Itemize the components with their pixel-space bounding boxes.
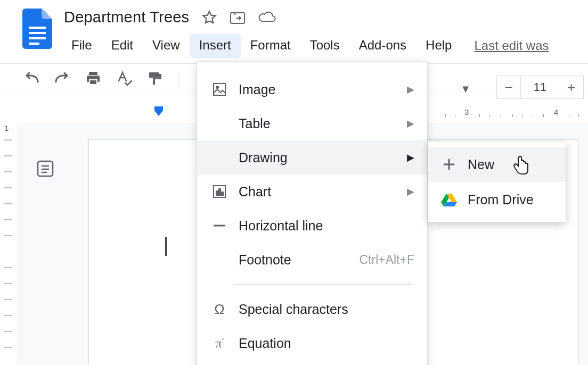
svg-rect-2 bbox=[29, 37, 46, 39]
menu-format[interactable]: Format bbox=[241, 34, 300, 58]
font-size-increase-button[interactable]: + bbox=[559, 76, 584, 99]
move-icon[interactable] bbox=[230, 11, 246, 24]
paint-format-icon[interactable] bbox=[147, 70, 163, 88]
ruler-dash bbox=[4, 139, 12, 140]
svg-rect-14 bbox=[214, 84, 225, 95]
drawing-new[interactable]: New bbox=[428, 147, 566, 182]
menu-tools[interactable]: Tools bbox=[300, 34, 349, 58]
font-size-control: − 11 + bbox=[496, 76, 584, 99]
drawing-from-drive[interactable]: From Drive bbox=[428, 182, 566, 217]
insert-equation-label: Equation bbox=[239, 336, 291, 351]
insert-image[interactable]: Image ▶ bbox=[197, 72, 427, 106]
spellcheck-icon[interactable] bbox=[116, 70, 132, 88]
submenu-arrow-icon: ▶ bbox=[407, 152, 414, 163]
redo-icon[interactable] bbox=[54, 72, 70, 86]
ruler-dash bbox=[4, 299, 12, 300]
star-icon[interactable] bbox=[202, 10, 217, 25]
insert-equation[interactable]: π² Equation bbox=[197, 326, 427, 360]
drawing-submenu: New From Drive bbox=[428, 142, 566, 222]
ruler-minor-tick bbox=[543, 114, 544, 117]
ruler-minor-tick bbox=[512, 114, 513, 117]
ruler-minor-tick bbox=[522, 114, 522, 117]
print-icon[interactable] bbox=[85, 71, 101, 88]
ruler-dash bbox=[4, 283, 12, 284]
insert-dropdown: Image ▶ Table ▶ Drawing ▶ Chart ▶ Horizo… bbox=[197, 62, 427, 365]
insert-horizontal-line-label: Horizontal line bbox=[239, 218, 323, 234]
docs-logo-icon[interactable] bbox=[22, 9, 52, 49]
menu-help[interactable]: Help bbox=[416, 34, 461, 58]
ruler-tick: 1 bbox=[4, 123, 9, 132]
last-edit-link[interactable]: Last edit was bbox=[474, 38, 549, 53]
svg-rect-17 bbox=[216, 191, 218, 195]
ruler-dash bbox=[4, 219, 12, 220]
insert-special-characters-label: Special characters bbox=[239, 302, 348, 317]
insert-table[interactable]: Table ▶ bbox=[197, 106, 427, 140]
svg-rect-7 bbox=[89, 80, 97, 85]
text-cursor bbox=[165, 237, 167, 256]
ruler-minor-tick bbox=[479, 114, 480, 117]
ruler-minor-tick bbox=[534, 114, 534, 117]
chart-icon bbox=[212, 185, 227, 198]
document-outline-icon[interactable] bbox=[33, 156, 58, 181]
omega-icon: Ω bbox=[212, 301, 227, 318]
submenu-arrow-icon: ▶ bbox=[407, 118, 414, 129]
ruler-dash bbox=[4, 315, 12, 316]
ruler-minor-tick bbox=[445, 114, 446, 117]
undo-icon[interactable] bbox=[23, 72, 39, 86]
ruler-minor-tick bbox=[489, 114, 489, 117]
ruler-minor-tick bbox=[501, 113, 501, 118]
plus-icon bbox=[441, 157, 457, 171]
ruler-dash bbox=[4, 267, 12, 268]
font-size-value[interactable]: 11 bbox=[521, 76, 559, 99]
submenu-arrow-icon: ▶ bbox=[407, 186, 414, 197]
insert-footnote-label: Footnote bbox=[239, 252, 291, 268]
svg-rect-9 bbox=[154, 106, 163, 111]
vertical-ruler[interactable]: 1 bbox=[0, 123, 18, 365]
svg-rect-5 bbox=[89, 72, 97, 75]
svg-rect-3 bbox=[29, 43, 39, 45]
document-title[interactable]: Department Trees bbox=[64, 9, 189, 26]
menu-insert[interactable]: Insert bbox=[190, 34, 241, 58]
drawing-from-drive-label: From Drive bbox=[468, 192, 534, 208]
ruler-minor-tick bbox=[578, 114, 579, 117]
insert-drawing-label: Drawing bbox=[239, 150, 288, 165]
ruler-tick: 4 bbox=[554, 107, 558, 117]
insert-horizontal-line[interactable]: Horizontal line bbox=[197, 209, 427, 243]
ruler-minor-tick bbox=[569, 114, 569, 117]
toolbar-separator bbox=[178, 71, 178, 88]
menubar: File Edit View Insert Format Tools Add-o… bbox=[62, 34, 588, 58]
equation-icon: π² bbox=[212, 336, 227, 351]
font-size-decrease-button[interactable]: − bbox=[496, 76, 521, 99]
svg-rect-19 bbox=[222, 192, 223, 195]
menu-file[interactable]: File bbox=[62, 34, 102, 58]
insert-image-label: Image bbox=[239, 82, 275, 97]
insert-chart[interactable]: Chart ▶ bbox=[197, 175, 427, 209]
insert-chart-label: Chart bbox=[239, 184, 271, 200]
svg-rect-1 bbox=[29, 32, 46, 34]
insert-drawing[interactable]: Drawing ▶ bbox=[197, 140, 427, 175]
insert-table-label: Table bbox=[239, 116, 271, 131]
menu-view[interactable]: View bbox=[143, 34, 190, 58]
drawing-new-label: New bbox=[468, 157, 494, 172]
ruler-dash bbox=[4, 347, 12, 348]
ruler-dash bbox=[4, 187, 12, 188]
footnote-shortcut: Ctrl+Alt+F bbox=[359, 253, 414, 267]
submenu-arrow-icon: ▶ bbox=[407, 84, 414, 95]
svg-rect-18 bbox=[219, 189, 220, 195]
titlebar: Department Trees File Edit View Insert F… bbox=[0, 0, 588, 58]
insert-footnote[interactable]: Footnote Ctrl+Alt+F bbox=[197, 243, 427, 277]
svg-rect-8 bbox=[149, 72, 159, 78]
image-icon bbox=[212, 82, 227, 96]
font-family-dropdown-caret-icon[interactable]: ▼ bbox=[460, 83, 471, 95]
cloud-saved-icon[interactable] bbox=[258, 11, 276, 24]
ruler-minor-tick bbox=[455, 114, 455, 117]
menu-addons[interactable]: Add-ons bbox=[349, 34, 416, 58]
insert-special-characters[interactable]: Ω Special characters bbox=[197, 292, 427, 326]
horizontal-line-icon bbox=[212, 219, 227, 233]
ruler-dash bbox=[4, 331, 12, 332]
menu-edit[interactable]: Edit bbox=[102, 34, 143, 58]
ruler-dash bbox=[4, 203, 12, 204]
ruler-tick: 3 bbox=[464, 107, 469, 117]
svg-point-15 bbox=[216, 86, 218, 88]
ruler-dash bbox=[4, 155, 12, 156]
